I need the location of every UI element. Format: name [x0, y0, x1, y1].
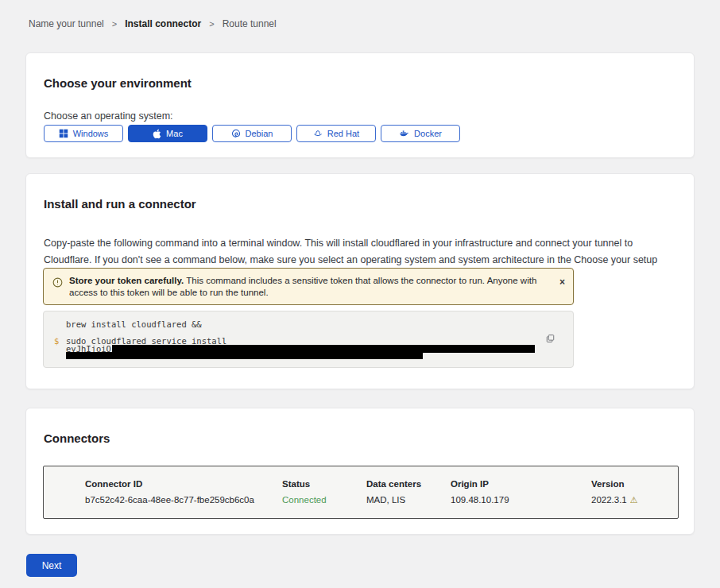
install-card-title: Install and run a connector	[44, 197, 196, 211]
os-button-group: Windows Mac Debian Red Hat Docker	[44, 125, 460, 142]
environment-card-title: Choose your environment	[44, 76, 192, 90]
header-status: Status	[282, 479, 366, 489]
header-connector-id: Connector ID	[85, 479, 282, 489]
connectors-card: Connectors Connector ID Status Data cent…	[25, 408, 695, 535]
os-button-label: Docker	[414, 129, 442, 138]
os-button-label: Windows	[73, 129, 109, 138]
os-select-label: Choose an operating system:	[44, 110, 173, 122]
breadcrumb-name-your-tunnel[interactable]: Name your tunnel	[29, 18, 104, 29]
connector-id-value: b7c52c42-6caa-48ee-8c77-fbe259cb6c0a	[85, 495, 282, 505]
header-data-centers: Data centers	[366, 479, 451, 489]
connector-table-row: b7c52c42-6caa-48ee-8c77-fbe259cb6c0a Con…	[44, 489, 678, 505]
breadcrumb-separator: >	[112, 19, 117, 29]
connector-origin-ip: 109.48.10.179	[451, 495, 591, 505]
install-connector-card: Install and run a connector Copy-paste t…	[25, 173, 695, 389]
version-warning-icon: ⚠	[630, 496, 638, 505]
install-command-code-block: brew install cloudflared && $ sudo cloud…	[43, 311, 574, 368]
os-button-label: Debian	[246, 129, 273, 138]
code-line-brew: brew install cloudflared &&	[66, 319, 202, 329]
breadcrumb-separator: >	[209, 19, 214, 29]
breadcrumb-route-tunnel[interactable]: Route tunnel	[223, 18, 277, 29]
windows-logo-icon	[59, 129, 68, 138]
apple-logo-icon	[153, 129, 161, 139]
connector-data-centers: MAD, LIS	[366, 495, 451, 505]
os-button-debian[interactable]: Debian	[212, 125, 292, 142]
next-button[interactable]: Next	[26, 554, 77, 577]
os-button-label: Mac	[166, 129, 183, 138]
docker-logo-icon	[399, 129, 409, 138]
connector-version: 2022.3.1 ⚠	[591, 495, 678, 505]
circle-exclamation-icon	[52, 277, 63, 291]
shell-prompt: $	[54, 336, 59, 346]
connectors-table-header: Connector ID Status Data centers Origin …	[44, 466, 678, 489]
warning-close-button[interactable]: ×	[559, 277, 565, 287]
breadcrumb: Name your tunnel > Install connector > R…	[29, 18, 277, 29]
os-button-windows[interactable]: Windows	[44, 125, 123, 142]
os-button-mac[interactable]: Mac	[128, 125, 207, 142]
redacted-token-bar	[66, 352, 423, 359]
warning-text: Store your token carefully. This command…	[69, 275, 553, 299]
connector-status-badge: Connected	[282, 495, 366, 505]
connectors-table: Connector ID Status Data centers Origin …	[43, 466, 679, 519]
header-origin-ip: Origin IP	[451, 479, 591, 489]
copy-icon	[545, 335, 555, 346]
header-version: Version	[591, 479, 678, 489]
connectors-card-title: Connectors	[44, 431, 110, 445]
token-warning-banner: Store your token carefully. This command…	[43, 268, 574, 305]
copy-command-button[interactable]	[545, 334, 555, 346]
connector-version-value: 2022.3.1	[591, 495, 627, 505]
redhat-logo-icon	[313, 129, 323, 138]
choose-environment-card: Choose your environment Choose an operat…	[25, 52, 695, 158]
os-button-docker[interactable]: Docker	[381, 125, 460, 142]
os-button-redhat[interactable]: Red Hat	[296, 125, 376, 142]
debian-logo-icon	[231, 129, 241, 138]
breadcrumb-install-connector[interactable]: Install connector	[125, 18, 201, 29]
warning-title: Store your token carefully.	[69, 276, 184, 285]
os-button-label: Red Hat	[327, 129, 359, 138]
